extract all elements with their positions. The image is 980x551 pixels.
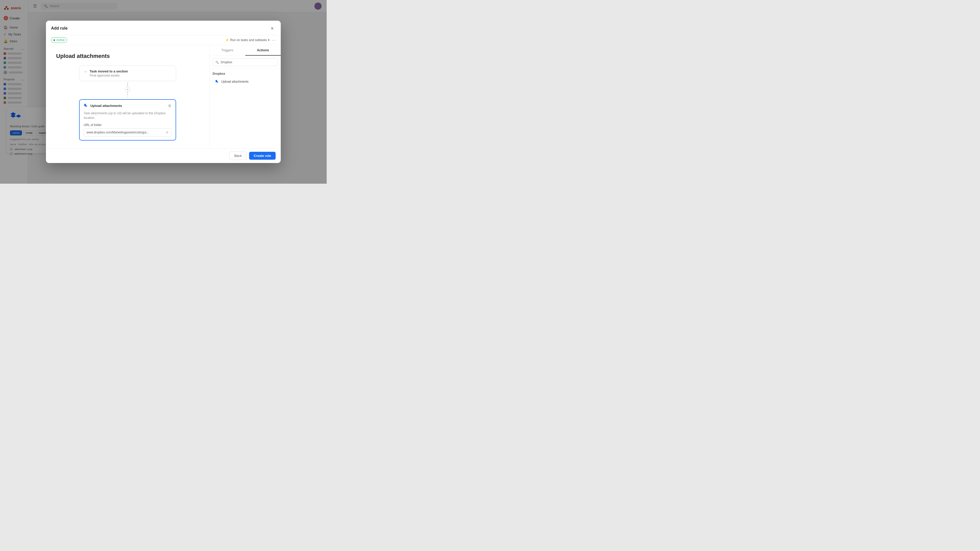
- clear-icon: ✕: [165, 130, 169, 135]
- run-options: ⚡ Run on tasks and subtasks ▾ ⋯: [225, 38, 275, 43]
- tab-triggers[interactable]: Triggers: [210, 45, 245, 56]
- run-options-text: ⚡ Run on tasks and subtasks ▾: [225, 38, 269, 42]
- modal-header: Add rule ✕: [46, 21, 281, 35]
- action-card-title: Upload attachments: [90, 104, 122, 108]
- modal-main-panel: Upload attachments → Task moved to a sec…: [46, 45, 209, 148]
- actions-search-input[interactable]: 🔍 Dropbox: [213, 59, 278, 66]
- lightning-icon: ⚡: [225, 38, 229, 42]
- modal-tabs: Triggers Actions: [210, 45, 281, 56]
- modal-sidebar-panel: Triggers Actions 🔍 Dropbox Dropbox: [209, 45, 281, 148]
- back-button[interactable]: Back: [229, 151, 247, 160]
- trigger-card[interactable]: → Task moved to a section Final approved…: [79, 65, 176, 81]
- modal-subheader: Active ⚡ Run on tasks and subtasks ▾ ⋯: [46, 35, 281, 45]
- trigger-arrow-icon: →: [83, 70, 87, 74]
- modal-main-title: Upload attachments: [56, 53, 110, 59]
- chevron-down-icon: ▾: [268, 38, 269, 42]
- trigger-title: Task moved to a section: [89, 69, 128, 73]
- search-value: Dropbox: [221, 60, 232, 64]
- dropbox-section-title: Dropbox: [213, 72, 278, 76]
- status-dot: [53, 39, 55, 41]
- ellipsis-icon: ⋯: [272, 38, 275, 42]
- dropbox-action-icon: [84, 103, 88, 108]
- folder-url-input[interactable]: www.dropbox.com/Marketingassets/colorgui…: [84, 128, 172, 137]
- more-options-button[interactable]: ⋯: [272, 38, 275, 43]
- dropbox-upload-action-item[interactable]: Upload attachments: [213, 78, 278, 86]
- connector-line-bottom: [127, 92, 128, 95]
- create-rule-button[interactable]: Create rule: [249, 152, 275, 160]
- trigger-subtitle: Final approved assets: [89, 74, 128, 77]
- dropbox-action-label: Upload attachments: [221, 80, 248, 83]
- action-title-row: Upload attachments: [84, 103, 122, 108]
- dropbox-sidebar-icon: [215, 79, 219, 84]
- connector-line-top: [127, 82, 128, 87]
- status-badge[interactable]: Active: [51, 37, 67, 43]
- tab-actions[interactable]: Actions: [245, 45, 281, 56]
- folder-url-label: URL of folder: [84, 123, 172, 127]
- status-label: Active: [56, 38, 65, 42]
- action-card: Upload attachments 🗑 Task attachments (u…: [79, 99, 176, 141]
- search-icon: 🔍: [215, 61, 219, 64]
- modal-title: Add rule: [51, 26, 68, 30]
- trigger-content: Task moved to a section Final approved a…: [89, 69, 128, 77]
- delete-action-button[interactable]: 🗑: [168, 103, 172, 108]
- add-rule-modal: Add rule ✕ Active ⚡ Run on tasks and sub…: [46, 21, 281, 163]
- clear-url-button[interactable]: ✕: [165, 130, 169, 135]
- modal-footer: Back Create rule: [46, 148, 281, 163]
- modal-close-button[interactable]: ✕: [269, 25, 275, 32]
- actions-list: Dropbox Upload attachments: [210, 69, 281, 89]
- action-card-header: Upload attachments 🗑: [84, 103, 172, 108]
- trash-icon: 🗑: [168, 103, 172, 108]
- add-action-button[interactable]: +: [125, 87, 130, 92]
- connector: + ↓: [125, 81, 130, 99]
- action-card-description: Task attachments (up to 10) will be uplo…: [84, 111, 172, 120]
- close-icon: ✕: [270, 26, 274, 31]
- folder-url-value: www.dropbox.com/Marketingassets/colorgui…: [86, 130, 164, 134]
- actions-search-bar: 🔍 Dropbox: [210, 56, 281, 69]
- modal-body: Upload attachments → Task moved to a sec…: [46, 45, 281, 148]
- connector-arrow-icon: ↓: [127, 95, 128, 98]
